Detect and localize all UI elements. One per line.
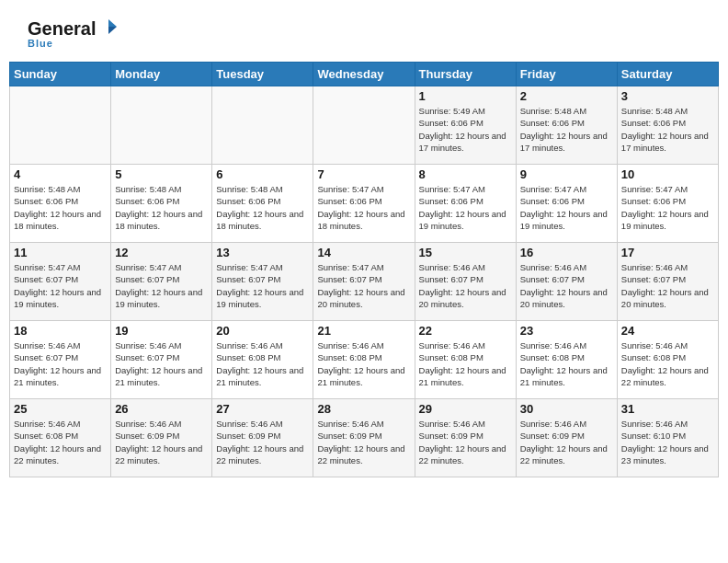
calendar-cell: 18Sunrise: 5:46 AM Sunset: 6:07 PM Dayli… xyxy=(10,321,111,399)
dow-header-wednesday: Wednesday xyxy=(313,63,415,86)
day-info: Sunrise: 5:46 AM Sunset: 6:08 PM Dayligh… xyxy=(317,339,410,388)
calendar-cell: 6Sunrise: 5:48 AM Sunset: 6:06 PM Daylig… xyxy=(212,165,313,243)
logo-flag-icon xyxy=(98,17,119,38)
calendar-cell: 14Sunrise: 5:47 AM Sunset: 6:07 PM Dayli… xyxy=(313,243,415,321)
calendar-cell: 25Sunrise: 5:46 AM Sunset: 6:08 PM Dayli… xyxy=(10,399,111,477)
day-info: Sunrise: 5:47 AM Sunset: 6:07 PM Dayligh… xyxy=(115,261,208,310)
day-number: 11 xyxy=(14,246,107,259)
day-info: Sunrise: 5:47 AM Sunset: 6:06 PM Dayligh… xyxy=(621,183,714,232)
dow-header-thursday: Thursday xyxy=(415,63,516,86)
calendar-cell: 1Sunrise: 5:49 AM Sunset: 6:06 PM Daylig… xyxy=(415,86,516,165)
day-number: 19 xyxy=(115,324,208,338)
day-number: 7 xyxy=(317,167,410,181)
day-info: Sunrise: 5:46 AM Sunset: 6:10 PM Dayligh… xyxy=(621,418,714,466)
day-number: 6 xyxy=(216,167,309,181)
day-number: 1 xyxy=(419,89,512,103)
day-number: 2 xyxy=(520,89,613,103)
day-number: 9 xyxy=(520,167,613,181)
calendar-cell: 11Sunrise: 5:47 AM Sunset: 6:07 PM Dayli… xyxy=(10,243,111,321)
day-info: Sunrise: 5:46 AM Sunset: 6:08 PM Dayligh… xyxy=(14,418,107,466)
day-info: Sunrise: 5:48 AM Sunset: 6:06 PM Dayligh… xyxy=(115,183,208,232)
calendar-cell: 5Sunrise: 5:48 AM Sunset: 6:06 PM Daylig… xyxy=(111,165,212,243)
day-info: Sunrise: 5:47 AM Sunset: 6:06 PM Dayligh… xyxy=(317,183,410,232)
day-number: 25 xyxy=(14,402,107,416)
calendar-cell: 22Sunrise: 5:46 AM Sunset: 6:08 PM Dayli… xyxy=(415,321,516,399)
calendar-cell xyxy=(212,86,313,165)
calendar-cell: 12Sunrise: 5:47 AM Sunset: 6:07 PM Dayli… xyxy=(111,243,212,321)
day-number: 27 xyxy=(216,402,309,416)
logo: General Blue xyxy=(28,18,119,49)
day-number: 4 xyxy=(14,167,107,181)
day-info: Sunrise: 5:48 AM Sunset: 6:06 PM Dayligh… xyxy=(520,105,613,154)
calendar-week-4: 18Sunrise: 5:46 AM Sunset: 6:07 PM Dayli… xyxy=(10,321,719,399)
day-number: 18 xyxy=(14,324,107,338)
day-number: 28 xyxy=(317,402,410,416)
day-info: Sunrise: 5:46 AM Sunset: 6:09 PM Dayligh… xyxy=(317,418,410,466)
day-number: 31 xyxy=(621,402,714,416)
calendar-cell: 28Sunrise: 5:46 AM Sunset: 6:09 PM Dayli… xyxy=(313,399,415,477)
day-info: Sunrise: 5:48 AM Sunset: 6:06 PM Dayligh… xyxy=(621,105,714,154)
day-info: Sunrise: 5:46 AM Sunset: 6:07 PM Dayligh… xyxy=(115,339,208,388)
day-info: Sunrise: 5:46 AM Sunset: 6:09 PM Dayligh… xyxy=(520,418,613,466)
dow-header-sunday: Sunday xyxy=(10,63,111,86)
day-info: Sunrise: 5:46 AM Sunset: 6:08 PM Dayligh… xyxy=(419,339,512,388)
day-info: Sunrise: 5:46 AM Sunset: 6:07 PM Dayligh… xyxy=(520,261,613,310)
day-number: 21 xyxy=(317,324,410,338)
day-info: Sunrise: 5:46 AM Sunset: 6:09 PM Dayligh… xyxy=(419,418,512,466)
day-number: 5 xyxy=(115,167,208,181)
calendar-cell: 17Sunrise: 5:46 AM Sunset: 6:07 PM Dayli… xyxy=(617,243,718,321)
calendar-cell: 19Sunrise: 5:46 AM Sunset: 6:07 PM Dayli… xyxy=(111,321,212,399)
day-info: Sunrise: 5:47 AM Sunset: 6:06 PM Dayligh… xyxy=(419,183,512,232)
logo-blue: Blue xyxy=(28,38,53,49)
day-number: 17 xyxy=(621,246,714,259)
calendar-week-2: 4Sunrise: 5:48 AM Sunset: 6:06 PM Daylig… xyxy=(10,165,719,243)
day-number: 30 xyxy=(520,402,613,416)
svg-marker-0 xyxy=(108,19,117,27)
calendar-cell: 4Sunrise: 5:48 AM Sunset: 6:06 PM Daylig… xyxy=(10,165,111,243)
day-number: 29 xyxy=(419,402,512,416)
calendar-table: SundayMondayTuesdayWednesdayThursdayFrid… xyxy=(9,62,719,477)
day-number: 3 xyxy=(621,89,714,103)
day-info: Sunrise: 5:46 AM Sunset: 6:09 PM Dayligh… xyxy=(115,418,208,466)
day-info: Sunrise: 5:49 AM Sunset: 6:06 PM Dayligh… xyxy=(419,105,512,154)
calendar-cell: 8Sunrise: 5:47 AM Sunset: 6:06 PM Daylig… xyxy=(415,165,516,243)
day-number: 10 xyxy=(621,167,714,181)
dow-header-friday: Friday xyxy=(516,63,617,86)
dow-header-monday: Monday xyxy=(111,63,212,86)
calendar-header: SundayMondayTuesdayWednesdayThursdayFrid… xyxy=(10,63,719,86)
day-info: Sunrise: 5:46 AM Sunset: 6:07 PM Dayligh… xyxy=(14,339,107,388)
day-info: Sunrise: 5:46 AM Sunset: 6:07 PM Dayligh… xyxy=(621,261,714,310)
calendar-cell: 29Sunrise: 5:46 AM Sunset: 6:09 PM Dayli… xyxy=(415,399,516,477)
day-info: Sunrise: 5:46 AM Sunset: 6:09 PM Dayligh… xyxy=(216,418,309,466)
day-number: 8 xyxy=(419,167,512,181)
calendar-cell: 9Sunrise: 5:47 AM Sunset: 6:06 PM Daylig… xyxy=(516,165,617,243)
calendar-cell: 7Sunrise: 5:47 AM Sunset: 6:06 PM Daylig… xyxy=(313,165,415,243)
calendar-cell: 16Sunrise: 5:46 AM Sunset: 6:07 PM Dayli… xyxy=(516,243,617,321)
calendar-week-5: 25Sunrise: 5:46 AM Sunset: 6:08 PM Dayli… xyxy=(10,399,719,477)
calendar-cell: 3Sunrise: 5:48 AM Sunset: 6:06 PM Daylig… xyxy=(617,86,718,165)
day-number: 23 xyxy=(520,324,613,338)
day-number: 26 xyxy=(115,402,208,416)
day-info: Sunrise: 5:47 AM Sunset: 6:07 PM Dayligh… xyxy=(216,261,309,310)
day-number: 15 xyxy=(419,246,512,259)
calendar-body: 1Sunrise: 5:49 AM Sunset: 6:06 PM Daylig… xyxy=(10,86,719,477)
logo-general: General xyxy=(28,18,96,40)
calendar-cell: 13Sunrise: 5:47 AM Sunset: 6:07 PM Dayli… xyxy=(212,243,313,321)
day-number: 16 xyxy=(520,246,613,259)
calendar-cell: 27Sunrise: 5:46 AM Sunset: 6:09 PM Dayli… xyxy=(212,399,313,477)
day-info: Sunrise: 5:46 AM Sunset: 6:08 PM Dayligh… xyxy=(621,339,714,388)
calendar-cell: 15Sunrise: 5:46 AM Sunset: 6:07 PM Dayli… xyxy=(415,243,516,321)
day-info: Sunrise: 5:46 AM Sunset: 6:08 PM Dayligh… xyxy=(520,339,613,388)
dow-header-saturday: Saturday xyxy=(617,63,718,86)
day-info: Sunrise: 5:46 AM Sunset: 6:07 PM Dayligh… xyxy=(419,261,512,310)
calendar-cell: 31Sunrise: 5:46 AM Sunset: 6:10 PM Dayli… xyxy=(617,399,718,477)
day-number: 22 xyxy=(419,324,512,338)
calendar-cell: 26Sunrise: 5:46 AM Sunset: 6:09 PM Dayli… xyxy=(111,399,212,477)
calendar-cell: 30Sunrise: 5:46 AM Sunset: 6:09 PM Dayli… xyxy=(516,399,617,477)
day-number: 14 xyxy=(317,246,410,259)
dow-header-tuesday: Tuesday xyxy=(212,63,313,86)
calendar-cell xyxy=(313,86,415,165)
calendar-cell: 20Sunrise: 5:46 AM Sunset: 6:08 PM Dayli… xyxy=(212,321,313,399)
day-number: 24 xyxy=(621,324,714,338)
calendar-cell xyxy=(10,86,111,165)
